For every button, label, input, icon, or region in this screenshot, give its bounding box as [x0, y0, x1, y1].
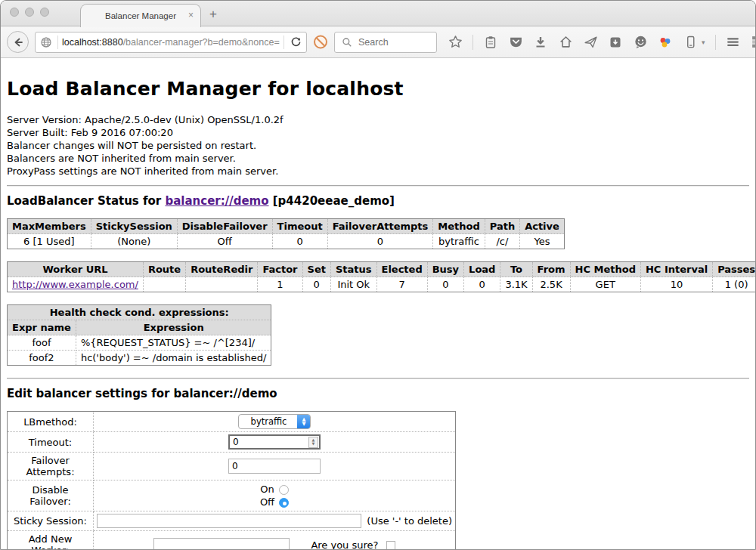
form-row-timeout: Timeout: 0 ▲▼	[8, 432, 456, 453]
download-icon[interactable]	[533, 35, 548, 50]
cell-to: 3.1K	[500, 277, 532, 292]
cell-expression: %{REQUEST_STATUS} =~ /^[234]/	[76, 335, 271, 351]
lbmethod-select[interactable]: bytraffic ▲▼	[238, 414, 311, 429]
cell-worker-url: http://www.example.com/	[8, 277, 144, 292]
cell-routeredir	[186, 277, 258, 292]
failover-attempts-input[interactable]: 0	[228, 459, 321, 474]
are-you-sure-group: Are you sure?	[311, 539, 395, 550]
balancer-demo-link[interactable]: balancer://demo	[165, 194, 268, 208]
edit-settings-heading: Edit balancer settings for balancer://de…	[7, 387, 749, 400]
server-version-line: Server Version: Apache/2.5.0-dev (Unix) …	[7, 113, 749, 126]
form-row-add-worker: Add New Worker: Are you sure?	[8, 531, 456, 550]
search-input[interactable]	[358, 37, 426, 48]
cell-disablefailover: Off	[177, 234, 272, 249]
tab-balancer-manager[interactable]: Balancer Manager ×	[80, 4, 201, 27]
cell-factor: 1	[258, 277, 302, 292]
sticky-session-hint: (Use '-' to delete)	[367, 515, 452, 527]
col-method: Method	[433, 219, 485, 234]
radio-on-label: On	[260, 484, 274, 495]
sticky-session-input[interactable]	[97, 514, 361, 528]
loadbalancer-status-heading: LoadBalancer Status for balancer://demo …	[7, 194, 749, 208]
cell-from: 2.5K	[532, 277, 570, 292]
url-text[interactable]: localhost:8880/balancer-manager?b=demo&n…	[62, 37, 280, 48]
are-you-sure-label: Are you sure?	[311, 539, 378, 550]
col-failoverattempts: FailoverAttempts	[327, 219, 433, 234]
table-row: http://www.example.com/ 1 0 Init Ok 7 0 …	[8, 277, 756, 292]
col-from: From	[532, 262, 570, 277]
colored-dots-extension-icon[interactable]	[658, 35, 673, 50]
window-controls	[10, 8, 49, 17]
table-header-row: Worker URL Route RouteRedir Factor Set S…	[8, 262, 756, 277]
worker-status-table: Worker URL Route RouteRedir Factor Set S…	[7, 261, 755, 292]
col-status: Status	[330, 262, 376, 277]
reload-divider	[284, 36, 284, 49]
col-passes: Passes	[713, 262, 755, 277]
cell-expression: hc('body') =~ /domain is established/	[76, 351, 271, 366]
col-factor: Factor	[258, 262, 302, 277]
home-icon[interactable]	[558, 35, 573, 50]
tab-groups-grid-icon[interactable]	[751, 35, 756, 50]
section-divider	[7, 378, 749, 379]
window-close-button[interactable]	[10, 8, 19, 17]
sticky-session-label: Sticky Session:	[8, 511, 94, 531]
search-bar[interactable]	[334, 32, 437, 53]
failover-attempts-value: 0	[232, 461, 238, 471]
sticky-session-cell: (Use '-' to delete)	[94, 511, 456, 531]
cell-active: Yes	[520, 234, 565, 249]
window-zoom-button[interactable]	[40, 8, 49, 17]
disable-failover-on-radio[interactable]	[279, 485, 289, 495]
status-heading-suffix: [p4420eeae_demo]	[269, 194, 395, 208]
search-icon	[339, 35, 355, 50]
cell-elected: 7	[376, 277, 427, 292]
url-path: /balancer-manager?b=demo&nonce=decc37be-…	[123, 37, 280, 48]
timeout-label: Timeout:	[8, 432, 94, 453]
col-maxmembers: MaxMembers	[8, 219, 91, 234]
square-download-icon[interactable]	[608, 35, 623, 50]
page-title: Load Balancer Manager for localhost	[7, 78, 749, 100]
content-blocker-icon[interactable]	[313, 35, 328, 50]
col-stickysession: StickySession	[91, 219, 177, 234]
page-content: Load Balancer Manager for localhost Serv…	[1, 58, 755, 550]
table-header-row: MaxMembers StickySession DisableFailover…	[8, 219, 565, 234]
balancer-status-table: MaxMembers StickySession DisableFailover…	[7, 218, 565, 249]
feedback-smiley-icon[interactable]	[633, 35, 648, 50]
cell-route	[143, 277, 185, 292]
new-tab-button[interactable]: +	[209, 7, 217, 22]
disable-failover-off-radio[interactable]	[279, 498, 289, 508]
pocket-icon[interactable]	[508, 35, 523, 50]
device-sync-icon[interactable]	[683, 35, 698, 50]
cell-stickysession: (None)	[91, 234, 177, 249]
timeout-input[interactable]: 0 ▲▼	[228, 434, 321, 450]
select-stepper-icon: ▲▼	[297, 414, 310, 429]
health-check-table: Health check cond. expressions: Expr nam…	[7, 304, 271, 366]
are-you-sure-checkbox[interactable]	[386, 541, 395, 550]
cell-failoverattempts: 0	[327, 234, 433, 249]
section-divider	[7, 185, 749, 187]
toolbar-divider	[472, 35, 473, 50]
chevron-down-icon[interactable]: ▾	[702, 39, 705, 46]
add-worker-input[interactable]	[153, 538, 290, 550]
bookmark-star-icon[interactable]	[448, 35, 463, 50]
url-bar[interactable]: localhost:8880/balancer-manager?b=demo&n…	[35, 32, 307, 53]
form-row-disable-failover: Disable Failover: On Off	[8, 480, 456, 511]
tab-close-icon[interactable]: ×	[188, 10, 194, 20]
server-info: Server Version: Apache/2.5.0-dev (Unix) …	[7, 113, 749, 178]
col-expr-name: Expr name	[8, 320, 76, 335]
back-button[interactable]	[7, 31, 29, 53]
worker-url-link[interactable]: http://www.example.com/	[12, 279, 138, 290]
col-path: Path	[485, 219, 519, 234]
balancers-notice-line: Balancers are NOT inherited from main se…	[7, 152, 749, 165]
send-plane-icon[interactable]	[583, 35, 598, 50]
radio-off-label: Off	[260, 496, 274, 508]
cell-expr-name: foof	[8, 335, 76, 351]
reload-icon[interactable]	[288, 35, 303, 50]
menu-hamburger-icon[interactable]	[726, 35, 741, 50]
clipboard-icon[interactable]	[483, 35, 498, 50]
failover-attempts-label: Failover Attempts:	[8, 453, 94, 480]
col-load: Load	[464, 262, 500, 277]
number-spinner-icon[interactable]: ▲▼	[308, 437, 318, 448]
table-row: foof2 hc('body') =~ /domain is establish…	[8, 351, 271, 366]
window-minimize-button[interactable]	[25, 8, 34, 17]
cell-timeout: 0	[272, 234, 327, 249]
timeout-cell: 0 ▲▼	[94, 432, 456, 453]
